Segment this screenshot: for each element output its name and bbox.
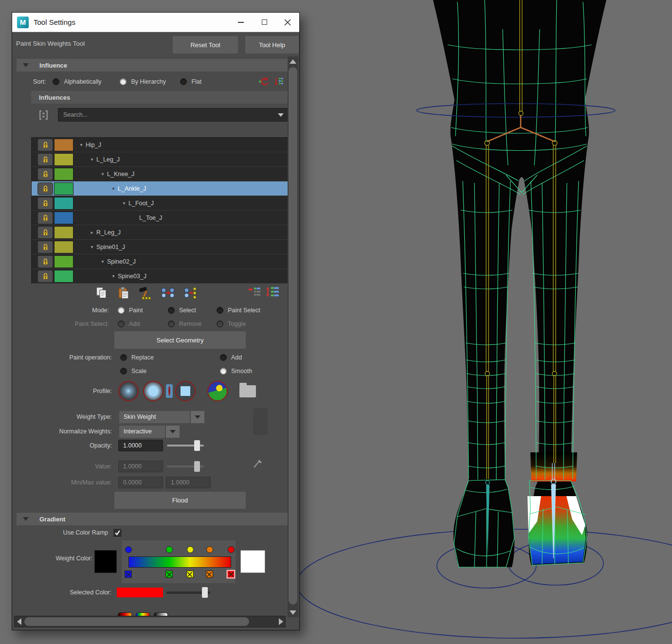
frame-selection-icon[interactable] xyxy=(38,109,49,121)
radio-icon[interactable] xyxy=(53,78,59,85)
ramp-stop-marker[interactable] xyxy=(227,571,235,578)
color-ramp-widget[interactable] xyxy=(122,540,236,583)
sort-influence-order-icon[interactable] xyxy=(274,76,284,87)
vertical-scrollbar-thumb[interactable] xyxy=(289,67,297,605)
tree-expanded-icon[interactable]: ▾ xyxy=(99,259,107,264)
radio-option-select[interactable]: Select xyxy=(168,307,217,314)
brush-profile-selected[interactable] xyxy=(166,384,173,398)
influence-color-swatch[interactable] xyxy=(54,226,73,239)
ramp-stop-handle[interactable] xyxy=(187,546,194,553)
tree-expanded-icon[interactable]: ▾ xyxy=(99,171,107,177)
scroll-up-arrow[interactable] xyxy=(288,56,298,66)
ramp-stop-handle[interactable] xyxy=(228,546,235,553)
tree-expanded-icon[interactable]: ▾ xyxy=(120,200,128,206)
browse-profile-folder-icon[interactable] xyxy=(239,385,256,397)
influence-color-swatch[interactable] xyxy=(54,241,73,253)
brush-profile-soft-icon[interactable] xyxy=(118,381,139,401)
normalize-weights-dropdown-arrow[interactable] xyxy=(166,426,180,438)
lock-icon[interactable] xyxy=(37,241,53,253)
radio-icon[interactable] xyxy=(118,321,125,327)
radio-option-alphabetically[interactable]: Alphabetically xyxy=(53,78,120,85)
weight-color-max-swatch[interactable] xyxy=(240,550,265,573)
lock-icon[interactable] xyxy=(37,182,53,195)
minimize-button[interactable] xyxy=(229,13,253,32)
lock-icon[interactable] xyxy=(37,255,53,268)
ramp-stop-handle[interactable] xyxy=(206,546,213,553)
reset-tool-button[interactable]: Reset Tool xyxy=(173,36,238,54)
select-geometry-button[interactable]: Select Geometry xyxy=(114,331,246,349)
window-titlebar[interactable]: M Tool Settings xyxy=(12,13,299,32)
influence-row-hip-j[interactable]: ▾Hip_J xyxy=(32,138,288,152)
radio-icon[interactable] xyxy=(120,78,127,85)
brush-profile-square-icon[interactable] xyxy=(175,381,196,401)
influence-row-l-toe-j[interactable]: L_Toe_J xyxy=(32,211,288,225)
scroll-down-arrow[interactable] xyxy=(288,608,298,617)
normalize-weights-dropdown[interactable]: Interactive xyxy=(119,426,165,438)
radio-icon[interactable] xyxy=(220,354,227,361)
collapse-triangle-icon[interactable] xyxy=(23,63,29,67)
vertical-scrollbar[interactable] xyxy=(288,56,298,617)
radio-option-smooth[interactable]: Smooth xyxy=(220,368,252,375)
tree-collapsed-icon[interactable]: ▸ xyxy=(88,230,96,235)
radio-option-toggle[interactable]: Toggle xyxy=(217,321,246,327)
ramp-stop-marker[interactable] xyxy=(125,571,132,578)
tree-expanded-icon[interactable]: ▾ xyxy=(88,244,96,250)
lock-icon[interactable] xyxy=(37,197,53,210)
radio-icon[interactable] xyxy=(120,368,127,375)
influence-row-l-foot-j[interactable]: ▾L_Foot_J xyxy=(32,196,288,211)
influence-row-spine02-j[interactable]: ▾Spine02_J xyxy=(32,254,288,269)
hammer-prune-weights-icon[interactable] xyxy=(138,286,153,301)
lock-icon[interactable] xyxy=(37,153,53,166)
swap-weights-icon[interactable] xyxy=(183,286,198,301)
weight-color-min-swatch[interactable] xyxy=(94,550,117,573)
tree-expanded-icon[interactable]: ▾ xyxy=(88,157,96,162)
radio-option-remove[interactable]: Remove xyxy=(168,321,217,327)
influence-row-r-leg-j[interactable]: ▸R_Leg_J xyxy=(32,225,288,240)
ramp-stop-handle[interactable] xyxy=(166,546,173,553)
radio-icon[interactable] xyxy=(168,321,175,327)
show-influence-order-icon[interactable] xyxy=(266,286,279,299)
influence-list[interactable]: ▾Hip_J▾L_Leg_J▾L_Knee_J▾L_Ankle_J▾L_Foot… xyxy=(31,137,288,284)
gradient-section-header[interactable]: Gradient xyxy=(17,513,288,525)
influence-row-spine03-j[interactable]: ▾Spine03_J xyxy=(32,269,288,284)
selected-color-swatch[interactable] xyxy=(117,588,163,597)
scroll-left-arrow[interactable] xyxy=(15,616,23,627)
radio-icon[interactable] xyxy=(180,78,187,85)
tree-expanded-icon[interactable]: ▾ xyxy=(109,186,117,191)
radio-icon[interactable] xyxy=(120,354,127,361)
use-color-ramp-checkbox[interactable] xyxy=(113,528,122,537)
selected-color-slider[interactable] xyxy=(166,587,210,598)
opacity-slider[interactable] xyxy=(167,440,204,451)
tree-expanded-icon[interactable]: ▾ xyxy=(109,273,117,279)
lock-icon[interactable] xyxy=(37,139,53,151)
ramp-stop-marker[interactable] xyxy=(165,571,173,578)
search-input[interactable] xyxy=(58,108,288,122)
ramp-stop-marker[interactable] xyxy=(206,571,213,578)
tree-expanded-icon[interactable]: ▾ xyxy=(77,142,85,147)
color-ramp-gradient-bar[interactable] xyxy=(128,556,231,568)
influence-color-swatch[interactable] xyxy=(54,212,73,224)
horizontal-scrollbar[interactable] xyxy=(14,616,286,627)
tool-help-button[interactable]: Tool Help xyxy=(245,36,299,54)
ramp-stop-marker[interactable] xyxy=(186,571,194,578)
close-button[interactable] xyxy=(276,13,299,32)
move-weights-icon[interactable] xyxy=(161,286,175,301)
flood-button[interactable]: Flood xyxy=(114,492,246,509)
weight-type-dropdown-arrow[interactable] xyxy=(191,411,204,423)
lock-icon[interactable] xyxy=(37,168,53,180)
opacity-field[interactable] xyxy=(118,440,163,451)
brush-profile-hard-icon[interactable] xyxy=(168,386,170,396)
radio-icon[interactable] xyxy=(220,368,227,375)
radio-option-paint[interactable]: Paint xyxy=(118,307,168,314)
maximize-button[interactable] xyxy=(253,13,276,32)
radio-icon[interactable] xyxy=(217,321,223,327)
search-dropdown-icon[interactable] xyxy=(278,113,284,117)
brush-profile-image-icon[interactable] xyxy=(207,381,228,401)
weight-type-dropdown[interactable]: Skin Weight xyxy=(119,411,190,423)
radio-option-add[interactable]: Add xyxy=(220,354,242,361)
influence-section-header[interactable]: Influence xyxy=(17,59,288,72)
radio-icon[interactable] xyxy=(168,307,175,314)
influence-color-swatch[interactable] xyxy=(54,255,73,268)
lock-icon[interactable] xyxy=(37,226,53,239)
radio-icon[interactable] xyxy=(118,307,125,314)
